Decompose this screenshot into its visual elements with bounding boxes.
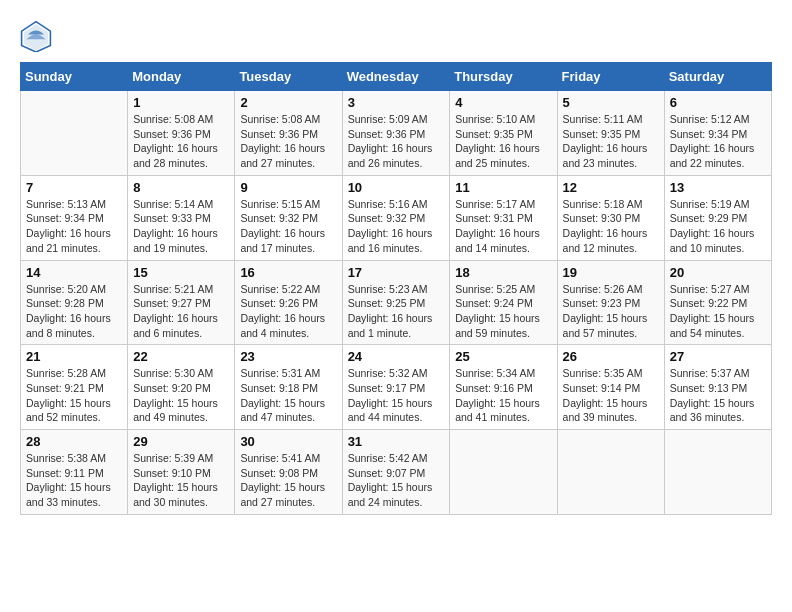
day-info: Sunrise: 5:26 AM Sunset: 9:23 PM Dayligh… bbox=[563, 282, 659, 341]
calendar-cell: 10Sunrise: 5:16 AM Sunset: 9:32 PM Dayli… bbox=[342, 175, 450, 260]
day-number: 15 bbox=[133, 265, 229, 280]
calendar-cell bbox=[21, 91, 128, 176]
general-blue-logo-icon bbox=[20, 20, 52, 52]
day-info: Sunrise: 5:11 AM Sunset: 9:35 PM Dayligh… bbox=[563, 112, 659, 171]
calendar-cell: 31Sunrise: 5:42 AM Sunset: 9:07 PM Dayli… bbox=[342, 430, 450, 515]
calendar-cell bbox=[664, 430, 771, 515]
calendar-cell: 6Sunrise: 5:12 AM Sunset: 9:34 PM Daylig… bbox=[664, 91, 771, 176]
day-number: 17 bbox=[348, 265, 445, 280]
week-row-1: 1Sunrise: 5:08 AM Sunset: 9:36 PM Daylig… bbox=[21, 91, 772, 176]
day-info: Sunrise: 5:35 AM Sunset: 9:14 PM Dayligh… bbox=[563, 366, 659, 425]
calendar-cell: 18Sunrise: 5:25 AM Sunset: 9:24 PM Dayli… bbox=[450, 260, 557, 345]
day-info: Sunrise: 5:08 AM Sunset: 9:36 PM Dayligh… bbox=[133, 112, 229, 171]
calendar-cell: 29Sunrise: 5:39 AM Sunset: 9:10 PM Dayli… bbox=[128, 430, 235, 515]
day-info: Sunrise: 5:34 AM Sunset: 9:16 PM Dayligh… bbox=[455, 366, 551, 425]
logo bbox=[20, 20, 56, 52]
day-info: Sunrise: 5:42 AM Sunset: 9:07 PM Dayligh… bbox=[348, 451, 445, 510]
day-info: Sunrise: 5:41 AM Sunset: 9:08 PM Dayligh… bbox=[240, 451, 336, 510]
calendar-cell: 12Sunrise: 5:18 AM Sunset: 9:30 PM Dayli… bbox=[557, 175, 664, 260]
day-info: Sunrise: 5:27 AM Sunset: 9:22 PM Dayligh… bbox=[670, 282, 766, 341]
day-number: 22 bbox=[133, 349, 229, 364]
day-info: Sunrise: 5:25 AM Sunset: 9:24 PM Dayligh… bbox=[455, 282, 551, 341]
day-info: Sunrise: 5:10 AM Sunset: 9:35 PM Dayligh… bbox=[455, 112, 551, 171]
calendar-table: SundayMondayTuesdayWednesdayThursdayFrid… bbox=[20, 62, 772, 515]
day-info: Sunrise: 5:13 AM Sunset: 9:34 PM Dayligh… bbox=[26, 197, 122, 256]
weekday-header-row: SundayMondayTuesdayWednesdayThursdayFrid… bbox=[21, 63, 772, 91]
calendar-cell: 23Sunrise: 5:31 AM Sunset: 9:18 PM Dayli… bbox=[235, 345, 342, 430]
calendar-cell: 30Sunrise: 5:41 AM Sunset: 9:08 PM Dayli… bbox=[235, 430, 342, 515]
calendar-cell: 25Sunrise: 5:34 AM Sunset: 9:16 PM Dayli… bbox=[450, 345, 557, 430]
day-info: Sunrise: 5:23 AM Sunset: 9:25 PM Dayligh… bbox=[348, 282, 445, 341]
day-info: Sunrise: 5:30 AM Sunset: 9:20 PM Dayligh… bbox=[133, 366, 229, 425]
day-number: 5 bbox=[563, 95, 659, 110]
calendar-cell: 22Sunrise: 5:30 AM Sunset: 9:20 PM Dayli… bbox=[128, 345, 235, 430]
weekday-header-thursday: Thursday bbox=[450, 63, 557, 91]
day-info: Sunrise: 5:21 AM Sunset: 9:27 PM Dayligh… bbox=[133, 282, 229, 341]
calendar-cell: 4Sunrise: 5:10 AM Sunset: 9:35 PM Daylig… bbox=[450, 91, 557, 176]
day-number: 13 bbox=[670, 180, 766, 195]
calendar-cell: 21Sunrise: 5:28 AM Sunset: 9:21 PM Dayli… bbox=[21, 345, 128, 430]
weekday-header-wednesday: Wednesday bbox=[342, 63, 450, 91]
day-info: Sunrise: 5:08 AM Sunset: 9:36 PM Dayligh… bbox=[240, 112, 336, 171]
day-number: 4 bbox=[455, 95, 551, 110]
calendar-cell bbox=[557, 430, 664, 515]
day-number: 24 bbox=[348, 349, 445, 364]
weekday-header-monday: Monday bbox=[128, 63, 235, 91]
calendar-cell: 9Sunrise: 5:15 AM Sunset: 9:32 PM Daylig… bbox=[235, 175, 342, 260]
day-number: 26 bbox=[563, 349, 659, 364]
calendar-cell: 11Sunrise: 5:17 AM Sunset: 9:31 PM Dayli… bbox=[450, 175, 557, 260]
day-info: Sunrise: 5:37 AM Sunset: 9:13 PM Dayligh… bbox=[670, 366, 766, 425]
week-row-4: 21Sunrise: 5:28 AM Sunset: 9:21 PM Dayli… bbox=[21, 345, 772, 430]
calendar-cell: 20Sunrise: 5:27 AM Sunset: 9:22 PM Dayli… bbox=[664, 260, 771, 345]
calendar-cell: 26Sunrise: 5:35 AM Sunset: 9:14 PM Dayli… bbox=[557, 345, 664, 430]
calendar-cell: 27Sunrise: 5:37 AM Sunset: 9:13 PM Dayli… bbox=[664, 345, 771, 430]
calendar-cell: 17Sunrise: 5:23 AM Sunset: 9:25 PM Dayli… bbox=[342, 260, 450, 345]
day-number: 12 bbox=[563, 180, 659, 195]
calendar-cell: 16Sunrise: 5:22 AM Sunset: 9:26 PM Dayli… bbox=[235, 260, 342, 345]
day-info: Sunrise: 5:28 AM Sunset: 9:21 PM Dayligh… bbox=[26, 366, 122, 425]
day-number: 2 bbox=[240, 95, 336, 110]
day-number: 16 bbox=[240, 265, 336, 280]
day-info: Sunrise: 5:18 AM Sunset: 9:30 PM Dayligh… bbox=[563, 197, 659, 256]
day-number: 3 bbox=[348, 95, 445, 110]
day-number: 19 bbox=[563, 265, 659, 280]
weekday-header-saturday: Saturday bbox=[664, 63, 771, 91]
day-info: Sunrise: 5:22 AM Sunset: 9:26 PM Dayligh… bbox=[240, 282, 336, 341]
day-number: 29 bbox=[133, 434, 229, 449]
day-number: 28 bbox=[26, 434, 122, 449]
calendar-cell: 5Sunrise: 5:11 AM Sunset: 9:35 PM Daylig… bbox=[557, 91, 664, 176]
day-info: Sunrise: 5:19 AM Sunset: 9:29 PM Dayligh… bbox=[670, 197, 766, 256]
day-number: 1 bbox=[133, 95, 229, 110]
calendar-cell: 8Sunrise: 5:14 AM Sunset: 9:33 PM Daylig… bbox=[128, 175, 235, 260]
day-info: Sunrise: 5:14 AM Sunset: 9:33 PM Dayligh… bbox=[133, 197, 229, 256]
day-number: 6 bbox=[670, 95, 766, 110]
day-info: Sunrise: 5:32 AM Sunset: 9:17 PM Dayligh… bbox=[348, 366, 445, 425]
day-info: Sunrise: 5:16 AM Sunset: 9:32 PM Dayligh… bbox=[348, 197, 445, 256]
calendar-cell bbox=[450, 430, 557, 515]
day-info: Sunrise: 5:09 AM Sunset: 9:36 PM Dayligh… bbox=[348, 112, 445, 171]
day-number: 8 bbox=[133, 180, 229, 195]
calendar-cell: 1Sunrise: 5:08 AM Sunset: 9:36 PM Daylig… bbox=[128, 91, 235, 176]
day-info: Sunrise: 5:39 AM Sunset: 9:10 PM Dayligh… bbox=[133, 451, 229, 510]
day-info: Sunrise: 5:20 AM Sunset: 9:28 PM Dayligh… bbox=[26, 282, 122, 341]
day-number: 31 bbox=[348, 434, 445, 449]
weekday-header-friday: Friday bbox=[557, 63, 664, 91]
calendar-cell: 15Sunrise: 5:21 AM Sunset: 9:27 PM Dayli… bbox=[128, 260, 235, 345]
calendar-cell: 14Sunrise: 5:20 AM Sunset: 9:28 PM Dayli… bbox=[21, 260, 128, 345]
calendar-cell: 7Sunrise: 5:13 AM Sunset: 9:34 PM Daylig… bbox=[21, 175, 128, 260]
day-number: 10 bbox=[348, 180, 445, 195]
calendar-cell: 19Sunrise: 5:26 AM Sunset: 9:23 PM Dayli… bbox=[557, 260, 664, 345]
week-row-2: 7Sunrise: 5:13 AM Sunset: 9:34 PM Daylig… bbox=[21, 175, 772, 260]
day-info: Sunrise: 5:15 AM Sunset: 9:32 PM Dayligh… bbox=[240, 197, 336, 256]
day-number: 23 bbox=[240, 349, 336, 364]
day-number: 21 bbox=[26, 349, 122, 364]
calendar-cell: 3Sunrise: 5:09 AM Sunset: 9:36 PM Daylig… bbox=[342, 91, 450, 176]
week-row-5: 28Sunrise: 5:38 AM Sunset: 9:11 PM Dayli… bbox=[21, 430, 772, 515]
day-number: 18 bbox=[455, 265, 551, 280]
day-number: 11 bbox=[455, 180, 551, 195]
calendar-cell: 28Sunrise: 5:38 AM Sunset: 9:11 PM Dayli… bbox=[21, 430, 128, 515]
day-info: Sunrise: 5:12 AM Sunset: 9:34 PM Dayligh… bbox=[670, 112, 766, 171]
day-info: Sunrise: 5:38 AM Sunset: 9:11 PM Dayligh… bbox=[26, 451, 122, 510]
day-number: 30 bbox=[240, 434, 336, 449]
page-header bbox=[20, 20, 772, 52]
